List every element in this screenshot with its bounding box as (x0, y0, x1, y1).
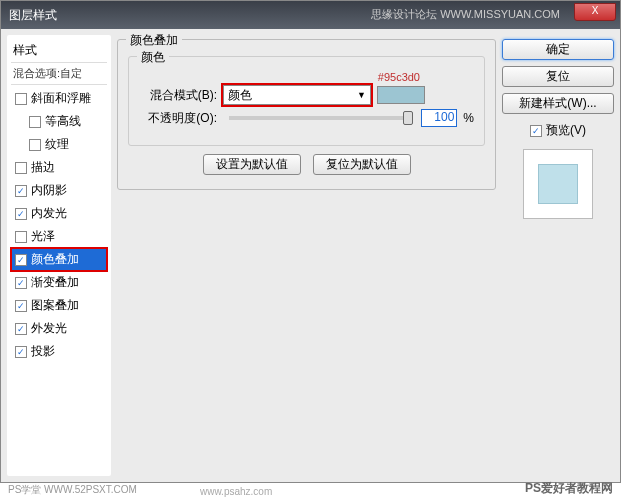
style-checkbox[interactable] (15, 346, 27, 358)
style-checkbox[interactable] (15, 277, 27, 289)
style-label: 描边 (31, 159, 55, 176)
style-checkbox[interactable] (15, 93, 27, 105)
opacity-input[interactable]: 100 (421, 109, 457, 127)
reset-default-button[interactable]: 复位为默认值 (313, 154, 411, 175)
style-item-6[interactable]: 光泽 (11, 225, 107, 248)
color-group: 颜色 #95c3d0 混合模式(B): 颜色 ▼ 不透明度 (128, 56, 485, 146)
style-label: 内阴影 (31, 182, 67, 199)
style-checkbox[interactable] (15, 300, 27, 312)
blend-options-label: 混合选项:自定 (13, 66, 82, 81)
new-style-button[interactable]: 新建样式(W)... (502, 93, 614, 114)
style-checkbox[interactable] (15, 254, 27, 266)
style-item-9[interactable]: 图案叠加 (11, 294, 107, 317)
percent-label: % (463, 111, 474, 125)
style-checkbox[interactable] (15, 185, 27, 197)
titlebar[interactable]: 图层样式 思缘设计论坛 WWW.MISSYUAN.COM X (1, 1, 620, 29)
styles-header: 样式 (11, 39, 107, 63)
preview-checkbox[interactable] (530, 125, 542, 137)
style-item-11[interactable]: 投影 (11, 340, 107, 363)
style-item-8[interactable]: 渐变叠加 (11, 271, 107, 294)
style-item-7[interactable]: 颜色叠加 (11, 248, 107, 271)
footer-left: PS学堂 WWW.52PSXT.COM (8, 483, 137, 497)
preview-box (523, 149, 593, 219)
footer-right: PS爱好者教程网 (525, 480, 613, 497)
style-item-10[interactable]: 外发光 (11, 317, 107, 340)
styles-panel: 样式 混合选项:自定 斜面和浮雕等高线纹理描边内阴影内发光光泽颜色叠加渐变叠加图… (7, 35, 111, 476)
color-swatch[interactable] (377, 86, 425, 104)
style-label: 外发光 (31, 320, 67, 337)
style-item-0[interactable]: 斜面和浮雕 (11, 87, 107, 110)
style-label: 颜色叠加 (31, 251, 79, 268)
color-overlay-group: 颜色叠加 颜色 #95c3d0 混合模式(B): 颜色 ▼ (117, 39, 496, 190)
style-item-2[interactable]: 纹理 (11, 133, 107, 156)
style-label: 光泽 (31, 228, 55, 245)
style-checkbox[interactable] (15, 208, 27, 220)
ok-button[interactable]: 确定 (502, 39, 614, 60)
style-item-1[interactable]: 等高线 (11, 110, 107, 133)
style-item-4[interactable]: 内阴影 (11, 179, 107, 202)
cancel-button[interactable]: 复位 (502, 66, 614, 87)
slider-thumb[interactable] (403, 111, 413, 125)
close-button[interactable]: X (574, 3, 616, 21)
footer-mid: www.psahz.com (200, 486, 272, 497)
style-checkbox[interactable] (15, 162, 27, 174)
style-checkbox[interactable] (29, 139, 41, 151)
preview-swatch (538, 164, 578, 204)
style-label: 斜面和浮雕 (31, 90, 91, 107)
layer-style-dialog: 图层样式 思缘设计论坛 WWW.MISSYUAN.COM X 样式 混合选项:自… (0, 0, 621, 483)
blend-mode-select[interactable]: 颜色 ▼ (223, 85, 371, 105)
set-default-button[interactable]: 设置为默认值 (203, 154, 301, 175)
watermark-top: 思缘设计论坛 WWW.MISSYUAN.COM (371, 7, 560, 22)
style-list: 斜面和浮雕等高线纹理描边内阴影内发光光泽颜色叠加渐变叠加图案叠加外发光投影 (11, 85, 107, 365)
style-label: 内发光 (31, 205, 67, 222)
style-label: 等高线 (45, 113, 81, 130)
window-title: 图层样式 (9, 7, 57, 24)
settings-panel: 颜色叠加 颜色 #95c3d0 混合模式(B): 颜色 ▼ (117, 35, 496, 476)
opacity-slider[interactable] (229, 116, 409, 120)
blend-mode-value: 颜色 (228, 87, 252, 104)
style-item-5[interactable]: 内发光 (11, 202, 107, 225)
hex-annotation: #95c3d0 (378, 71, 420, 83)
inner-title: 颜色 (137, 49, 169, 66)
chevron-down-icon: ▼ (357, 90, 366, 100)
preview-label: 预览(V) (546, 122, 586, 139)
style-label: 纹理 (45, 136, 69, 153)
action-panel: 确定 复位 新建样式(W)... 预览(V) (502, 35, 614, 476)
style-label: 图案叠加 (31, 297, 79, 314)
group-title: 颜色叠加 (126, 32, 182, 49)
style-checkbox[interactable] (15, 231, 27, 243)
opacity-label: 不透明度(O): (139, 110, 217, 127)
style-checkbox[interactable] (15, 323, 27, 335)
style-checkbox[interactable] (29, 116, 41, 128)
blend-mode-label: 混合模式(B): (139, 87, 217, 104)
blend-options-row[interactable]: 混合选项:自定 (11, 63, 107, 85)
style-label: 投影 (31, 343, 55, 360)
style-label: 渐变叠加 (31, 274, 79, 291)
style-item-3[interactable]: 描边 (11, 156, 107, 179)
